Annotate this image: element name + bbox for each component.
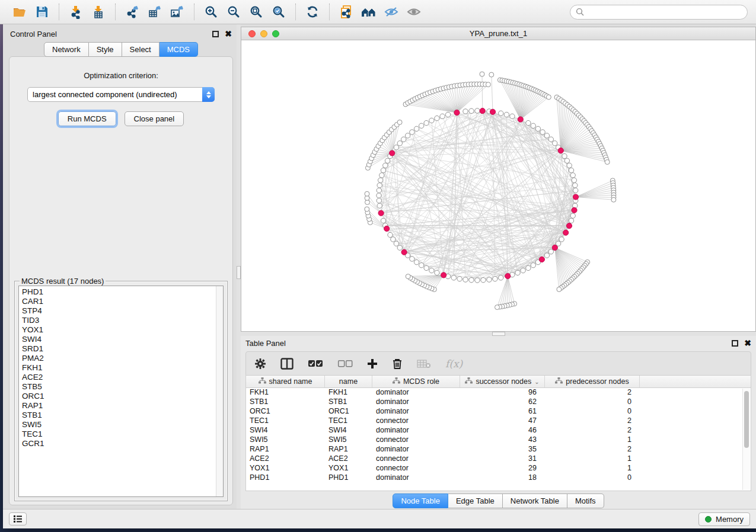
mcds-node[interactable] — [480, 108, 485, 114]
export-table-icon[interactable] — [143, 2, 166, 21]
show-all-icon[interactable] — [403, 2, 425, 21]
mcds-result-item[interactable]: PHD1 — [22, 287, 213, 297]
mcds-result-item[interactable]: FKH1 — [22, 363, 213, 373]
network-node[interactable] — [475, 108, 480, 113]
horizontal-splitter[interactable] — [241, 332, 756, 336]
network-node[interactable] — [378, 178, 383, 182]
network-node[interactable] — [493, 277, 497, 281]
network-node[interactable] — [410, 257, 414, 261]
mcds-node[interactable] — [505, 273, 511, 278]
table-row[interactable]: STB1STB1dominator620 — [246, 398, 751, 407]
mcds-list-scrollbar[interactable] — [216, 286, 223, 496]
column-header-name[interactable]: name — [325, 376, 372, 387]
mcds-node[interactable] — [384, 226, 390, 231]
mcds-node[interactable] — [573, 194, 578, 200]
network-node[interactable] — [569, 168, 573, 172]
network-node[interactable] — [451, 275, 456, 280]
network-node[interactable] — [499, 111, 503, 116]
network-node[interactable] — [406, 274, 410, 279]
mcds-result-item[interactable]: CAR1 — [22, 297, 213, 306]
tab-motifs[interactable]: Motifs — [567, 493, 604, 508]
mcds-node[interactable] — [378, 210, 384, 216]
tab-node-table[interactable]: Node Table — [393, 493, 448, 508]
network-node[interactable] — [515, 270, 520, 275]
network-node[interactable] — [383, 163, 388, 168]
network-node[interactable] — [611, 197, 616, 202]
network-node[interactable] — [480, 72, 484, 76]
import-network-icon[interactable] — [65, 2, 87, 21]
mcds-node[interactable] — [490, 109, 495, 114]
network-node[interactable] — [531, 263, 535, 268]
column-header-successor-nodes[interactable]: successor nodes⌄ — [460, 376, 545, 387]
network-node[interactable] — [379, 173, 384, 178]
network-node[interactable] — [489, 72, 494, 77]
network-node[interactable] — [397, 120, 402, 124]
mcds-result-item[interactable]: PMA2 — [22, 354, 213, 363]
delete-trash-icon[interactable] — [392, 358, 403, 370]
mcds-node[interactable] — [563, 230, 569, 235]
save-session-icon[interactable] — [31, 2, 53, 21]
add-icon[interactable] — [367, 358, 378, 369]
export-image-icon[interactable] — [166, 2, 189, 21]
network-node[interactable] — [510, 114, 515, 118]
close-panel-icon[interactable]: ✖ — [225, 30, 232, 38]
network-node[interactable] — [435, 270, 439, 275]
network-node[interactable] — [495, 305, 500, 310]
vertical-splitter[interactable] — [237, 24, 241, 509]
network-node[interactable] — [573, 188, 578, 193]
tab-edge-table[interactable]: Edge Table — [448, 493, 503, 508]
mcds-node[interactable] — [390, 150, 395, 156]
network-node[interactable] — [535, 126, 540, 131]
network-node[interactable] — [457, 277, 462, 281]
mcds-result-item[interactable]: SWI4 — [22, 335, 213, 344]
table-row[interactable]: PHD1PHD1dominator180 — [246, 473, 751, 483]
search-input[interactable] — [588, 8, 742, 17]
table-row[interactable]: SWI4SWI4dominator462 — [246, 426, 751, 435]
column-header-MCDS-role[interactable]: MCDS role — [372, 376, 460, 387]
network-node[interactable] — [463, 109, 468, 114]
search-field[interactable] — [570, 5, 748, 20]
network-node[interactable] — [540, 130, 545, 134]
mcds-node[interactable] — [572, 207, 577, 213]
mcds-node[interactable] — [552, 245, 557, 250]
network-node[interactable] — [570, 173, 575, 178]
network-node[interactable] — [401, 137, 406, 142]
float-panel-icon[interactable] — [212, 31, 219, 37]
network-node[interactable] — [377, 183, 382, 188]
network-node[interactable] — [548, 249, 553, 254]
network-node[interactable] — [377, 193, 381, 198]
network-node[interactable] — [405, 133, 410, 138]
mcds-node[interactable] — [454, 110, 460, 116]
table-row[interactable]: ORC1ORC1dominator610 — [246, 407, 751, 416]
tab-mcds[interactable]: MCDS — [160, 42, 198, 57]
mcds-result-item[interactable]: TEC1 — [22, 430, 213, 439]
mcds-result-item[interactable]: SRD1 — [22, 344, 213, 354]
network-node[interactable] — [391, 237, 395, 242]
network-node[interactable] — [546, 95, 551, 100]
table-settings-gear-icon[interactable] — [254, 358, 266, 370]
network-node[interactable] — [544, 133, 549, 138]
mcds-node[interactable] — [539, 257, 544, 262]
network-node[interactable] — [570, 213, 575, 218]
zoom-fit-icon[interactable] — [245, 2, 267, 21]
network-node[interactable] — [544, 253, 549, 258]
mcds-result-item[interactable]: STB1 — [22, 411, 213, 420]
network-node[interactable] — [385, 158, 390, 163]
splitter-grabber[interactable] — [237, 266, 241, 279]
network-node[interactable] — [573, 183, 578, 188]
network-node[interactable] — [499, 275, 503, 280]
network-node[interactable] — [567, 163, 572, 168]
network-node[interactable] — [559, 237, 564, 242]
network-node[interactable] — [394, 241, 398, 246]
network-node[interactable] — [365, 191, 369, 196]
network-node[interactable] — [564, 158, 569, 163]
network-node[interactable] — [605, 160, 610, 165]
mcds-result-item[interactable]: TID3 — [22, 316, 213, 325]
table-scrollbar[interactable] — [742, 389, 750, 490]
hide-selected-icon[interactable] — [380, 2, 403, 21]
network-node[interactable] — [388, 232, 393, 237]
network-node[interactable] — [365, 207, 369, 211]
mcds-result-item[interactable]: ORC1 — [22, 392, 213, 401]
float-panel-icon[interactable] — [732, 340, 738, 347]
network-node[interactable] — [414, 259, 419, 264]
